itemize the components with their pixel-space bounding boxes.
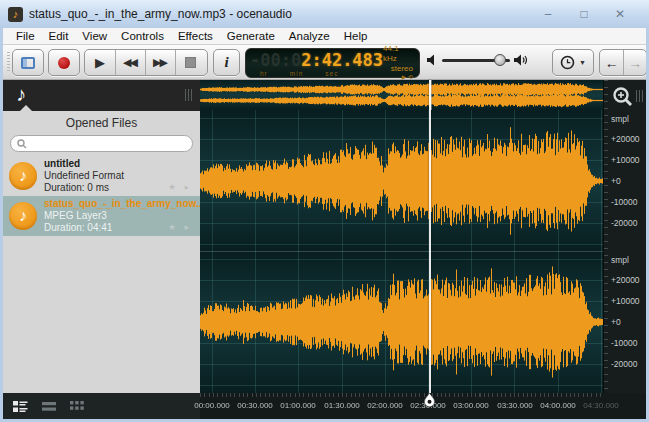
time-tick-label: 00:00.000 [194, 401, 230, 410]
time-tick-label: 00:30.000 [237, 401, 273, 410]
info-icon: i [224, 54, 228, 71]
audio-file-icon: ♪ [9, 162, 37, 190]
file-format: Undefined Format [44, 170, 124, 182]
time-tick-label: 04:00.000 [540, 401, 576, 410]
amp-label: -10000 [611, 338, 637, 348]
menu-controls[interactable]: Controls [114, 29, 171, 43]
view-mode-bar [3, 393, 200, 419]
menu-analyze[interactable]: Analyze [282, 29, 337, 43]
play-icon: ▶ [95, 56, 105, 69]
record-icon [58, 57, 70, 69]
lcd-dim-digits: -00:0 [250, 50, 301, 70]
redo-forward-button[interactable]: → [623, 50, 646, 75]
menu-help[interactable]: Help [337, 29, 375, 43]
amp-label: smpl [611, 114, 629, 124]
file-search-box[interactable] [10, 135, 193, 152]
scale-grip[interactable] [636, 90, 643, 102]
rewind-button[interactable]: ◀◀ [115, 50, 145, 75]
history-nav-group: ← → [599, 49, 647, 76]
file-item-actions[interactable]: ★ ▸ [168, 182, 192, 192]
menu-edit[interactable]: Edit [42, 29, 76, 43]
lcd-time: 2:42.483 [301, 50, 383, 70]
amp-label: +20000 [611, 134, 640, 144]
play-button[interactable]: ▶ [85, 50, 115, 75]
file-format: MPEG Layer3 [44, 210, 194, 222]
sidebar-grip[interactable] [185, 89, 192, 101]
time-tick-label: 03:30.000 [497, 401, 533, 410]
amp-label: +10000 [611, 296, 640, 306]
playhead-cursor[interactable] [429, 80, 431, 393]
menu-view[interactable]: View [75, 29, 114, 43]
amplitude-scale-column: smpl +20000 +10000 +0 -10000 -20000 smpl… [603, 80, 646, 393]
opened-files-panel: Opened Files ♪ untitled Undefined Format… [3, 111, 200, 393]
music-note-tab-icon[interactable]: ♪ [16, 83, 26, 106]
amp-label: smpl [611, 255, 629, 265]
view-details-button[interactable] [13, 401, 28, 412]
fast-forward-icon: ▶▶ [153, 57, 168, 68]
time-format-button[interactable]: ▼ [552, 49, 594, 76]
minimize-button[interactable]: – [541, 7, 555, 21]
menu-file[interactable]: File [9, 29, 42, 43]
file-title: status_quo_-_in_the_army_now.... [44, 198, 194, 210]
undo-back-button[interactable]: ← [600, 50, 623, 75]
sidebar-header: ♪ [3, 80, 200, 111]
waveform-overview[interactable] [200, 80, 603, 110]
file-title: untitled [44, 158, 124, 170]
volume-slider-knob[interactable] [494, 54, 506, 66]
view-list-button[interactable] [42, 401, 56, 412]
amp-label: -10000 [611, 197, 637, 207]
amp-label: +0 [611, 176, 621, 186]
app-icon: ♪ [8, 7, 23, 22]
menu-generate[interactable]: Generate [220, 29, 282, 43]
amp-label: -20000 [611, 218, 637, 228]
volume-slider[interactable] [442, 59, 510, 62]
file-list-item-status-quo[interactable]: ♪ status_quo_-_in_the_army_now.... MPEG … [3, 196, 200, 236]
panel-title: Opened Files [3, 111, 200, 130]
chevron-down-icon: ▼ [579, 59, 586, 66]
file-duration: Duration: 0 ms [44, 182, 124, 194]
time-tick-label: 01:30.000 [324, 401, 360, 410]
ocenaudio-window: { "window": { "title": "status_quo_-_in_… [0, 0, 649, 422]
amp-label: +0 [611, 317, 621, 327]
toolbar-grip[interactable] [7, 52, 10, 72]
lcd-channel-mode: stereo [391, 64, 413, 74]
time-ruler[interactable]: 00:00.000 00:30.000 01:00.000 01:30.000 … [200, 393, 646, 419]
time-tick-label: 01:00.000 [280, 401, 316, 410]
window-title: status_quo_-_in_the_army_now.mp3 - ocena… [29, 7, 292, 21]
amp-label: +10000 [611, 155, 640, 165]
minor-ticks [200, 393, 603, 397]
titlebar[interactable]: ♪ status_quo_-_in_the_army_now.mp3 - oce… [0, 0, 649, 28]
toolbar: ▶ ◀◀ ▶▶ i -00:02:42.483 hrminsec 44.1 kH… [3, 45, 646, 80]
volume-control [427, 54, 529, 66]
transport-group: ▶ ◀◀ ▶▶ [84, 49, 208, 76]
speaker-low-icon [427, 54, 438, 66]
zoom-icon[interactable] [612, 86, 634, 108]
time-tick-label: 03:00.000 [453, 401, 489, 410]
info-button[interactable]: i [213, 49, 240, 76]
rewind-icon: ◀◀ [123, 57, 138, 68]
sidebar-panel-icon [21, 57, 35, 69]
time-tick-label-dim: 04:30.000 [583, 401, 619, 410]
lcd-display: -00:02:42.483 hrminsec 44.1 kHz stereo ▶… [245, 48, 420, 78]
search-icon [17, 139, 27, 149]
file-list-item-untitled[interactable]: ♪ untitled Undefined Format Duration: 0 … [3, 156, 200, 196]
view-grid-button[interactable] [70, 401, 84, 412]
file-item-actions[interactable]: ★ ▸ [168, 222, 192, 232]
audio-file-icon: ♪ [9, 202, 37, 230]
search-input[interactable] [27, 137, 186, 150]
close-button[interactable]: ✕ [613, 7, 627, 21]
toggle-sidebar-button[interactable] [12, 49, 44, 76]
playhead-marker[interactable] [424, 393, 435, 407]
stop-button[interactable] [175, 50, 205, 75]
fast-forward-button[interactable]: ▶▶ [145, 50, 175, 75]
waveform-main-view[interactable] [200, 110, 603, 393]
menu-effects[interactable]: Effects [171, 29, 220, 43]
amp-label: +20000 [611, 275, 640, 285]
menubar: File Edit View Controls Effects Generate… [3, 28, 646, 45]
record-button[interactable] [48, 49, 80, 76]
arrow-right-icon: → [628, 56, 642, 70]
clock-icon [560, 55, 575, 70]
arrow-left-icon: ← [605, 56, 619, 70]
time-tick-label: 02:00.000 [367, 401, 403, 410]
maximize-button[interactable]: □ [577, 7, 591, 21]
